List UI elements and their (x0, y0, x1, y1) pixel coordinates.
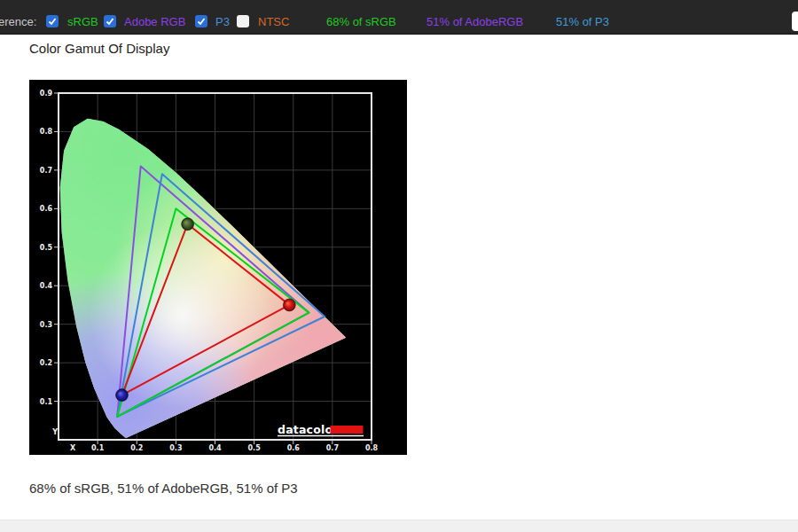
green-primary-marker (182, 218, 194, 231)
checkbox-adobergb[interactable] (104, 15, 116, 27)
svg-text:0.5: 0.5 (40, 244, 53, 252)
svg-text:0.7: 0.7 (40, 167, 52, 175)
svg-text:0.7: 0.7 (326, 444, 339, 452)
stat-p3-coverage: 51% of P3 (556, 15, 609, 28)
checkbox-ntsc[interactable] (237, 15, 249, 27)
check-icon (196, 16, 207, 27)
svg-text:X: X (70, 444, 76, 452)
check-icon (47, 16, 58, 27)
checkbox-srgb-label[interactable]: sRGB (67, 15, 98, 28)
datacolor-logo: datacolor (278, 423, 364, 436)
reference-toolbar: erence: sRGB Adobe RGB P3 NTSC 68% of sR… (0, 0, 798, 35)
blue-primary-marker (115, 389, 128, 402)
red-primary-marker (283, 299, 295, 311)
svg-text:0.2: 0.2 (130, 444, 143, 452)
cie-chromaticity-diagram: 0.10.20.30.40.50.60.70.80.90.10.20.30.40… (29, 80, 407, 455)
section-divider (0, 520, 798, 532)
datacolor-red-bar (331, 426, 364, 434)
svg-text:0.3: 0.3 (40, 321, 52, 329)
svg-text:0.5: 0.5 (248, 444, 262, 452)
reference-label: erence: (0, 15, 36, 28)
svg-text:0.8: 0.8 (365, 444, 379, 452)
checkbox-adobergb-label[interactable]: Adobe RGB (124, 15, 185, 28)
check-icon (105, 16, 115, 27)
svg-text:0.1: 0.1 (40, 398, 53, 406)
edge-widget (792, 12, 798, 31)
svg-text:0.1: 0.1 (91, 444, 105, 452)
svg-text:0.6: 0.6 (287, 444, 301, 452)
svg-text:0.3: 0.3 (169, 444, 182, 452)
checkbox-srgb[interactable] (46, 15, 59, 27)
svg-text:0.6: 0.6 (40, 205, 53, 213)
svg-text:0.9: 0.9 (40, 90, 53, 98)
svg-text:Y: Y (51, 428, 58, 436)
checkbox-p3-label[interactable]: P3 (215, 15, 230, 28)
svg-text:0.4: 0.4 (40, 282, 53, 290)
svg-text:0.4: 0.4 (208, 444, 222, 452)
gamut-chart: 0.10.20.30.40.50.60.70.80.90.10.20.30.40… (29, 80, 407, 455)
page-title: Color Gamut Of Display (29, 41, 169, 56)
checkbox-p3[interactable] (195, 15, 207, 27)
stat-srgb-coverage: 68% of sRGB (326, 15, 396, 28)
datacolor-wordmark: datacolor (278, 423, 339, 436)
stat-adobergb-coverage: 51% of AdobeRGB (426, 15, 523, 28)
svg-text:0.2: 0.2 (40, 359, 52, 367)
coverage-summary: 68% of sRGB, 51% of AdobeRGB, 51% of P3 (29, 481, 298, 496)
checkbox-ntsc-label[interactable]: NTSC (258, 15, 289, 28)
svg-text:0.8: 0.8 (40, 128, 53, 136)
